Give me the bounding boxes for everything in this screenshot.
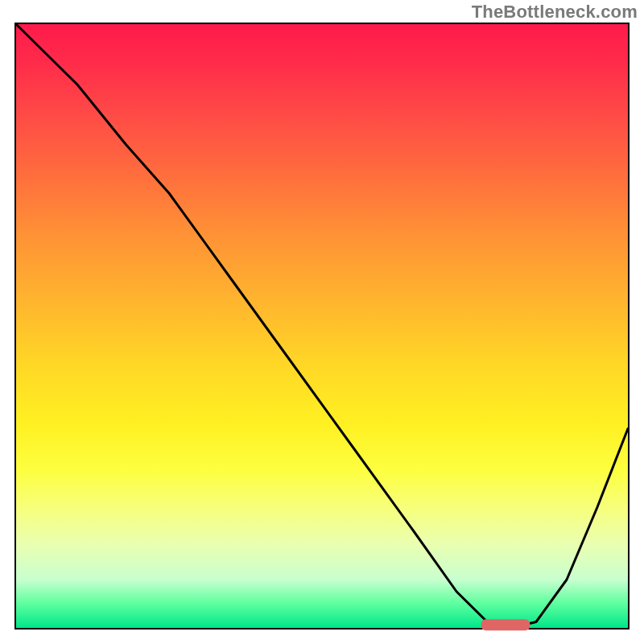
- watermark-text: TheBottleneck.com: [472, 2, 638, 23]
- marker-layer: [16, 24, 628, 628]
- optimal-marker: [481, 619, 530, 630]
- chart-container: TheBottleneck.com: [0, 0, 644, 644]
